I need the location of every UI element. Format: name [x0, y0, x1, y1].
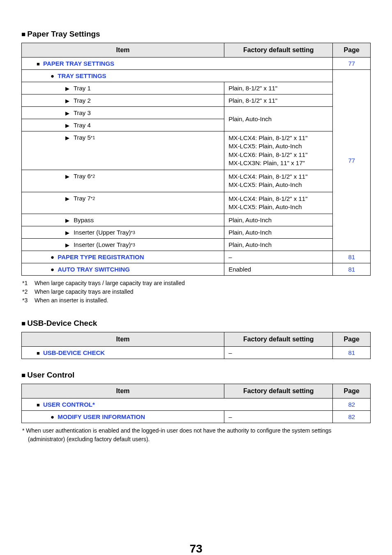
- factory-line: MX-LCX5: Plain, Auto-Inch: [228, 181, 328, 189]
- page-link[interactable]: 81: [333, 251, 371, 263]
- footnote-key: *1: [22, 279, 30, 288]
- footnote-key: *2: [22, 288, 30, 296]
- triangle-icon: ▶: [65, 122, 69, 129]
- triangle-icon: ▶: [65, 98, 69, 104]
- col-factory: Factory default setting: [224, 43, 333, 58]
- factory-line: MX-LCX4: Plain, 8-1/2" x 11": [228, 195, 328, 203]
- factory-value: Plain, Auto-Inch: [224, 226, 333, 239]
- col-item: Item: [22, 384, 224, 398]
- factory-value: –: [224, 347, 333, 359]
- factory-value: MX-LCX4: Plain, 8-1/2" x 11" MX-LCX5: Pl…: [224, 192, 333, 214]
- factory-value: Plain, Auto-Inch: [224, 107, 333, 131]
- col-page: Page: [333, 332, 371, 347]
- link-user-control[interactable]: USER CONTROL: [43, 401, 92, 408]
- label: Bypass: [74, 216, 94, 223]
- factory-value: Plain, 8-1/2" x 11": [224, 82, 333, 94]
- section-title-text: User Control: [27, 371, 74, 380]
- square-icon: ■: [37, 350, 40, 356]
- user-control-note: * When user authentication is enabled an…: [21, 426, 371, 444]
- label: Tray 2: [74, 97, 91, 104]
- section-title-user-control: ■ User Control: [21, 371, 371, 380]
- footnote-text: When an inserter is installed.: [35, 296, 108, 305]
- page-link[interactable]: 82: [333, 411, 371, 423]
- triangle-icon: ▶: [65, 196, 69, 202]
- user-control-table: Item Factory default setting Page ■ USER…: [21, 384, 371, 423]
- factory-value: Plain, Auto-Inch: [224, 214, 333, 226]
- factory-line: MX-LCX5: Plain, Auto-Inch: [228, 142, 328, 150]
- footnote-ref: *3: [131, 242, 135, 247]
- factory-line: MX-LCX5: Plain, Auto-Inch: [228, 203, 328, 211]
- row-inserter-upper: ▶ Inserter (Upper Tray)*3: [22, 226, 224, 239]
- col-item: Item: [22, 43, 224, 58]
- section-title-text: Paper Tray Settings: [27, 30, 100, 39]
- label: Inserter (Lower Tray): [74, 241, 131, 248]
- row-tray6: ▶ Tray 6*2: [22, 170, 224, 192]
- row-tray5: ▶ Tray 5*1: [22, 131, 224, 170]
- row-modify-user-info: ● MODIFY USER INFORMATION: [22, 411, 224, 423]
- square-icon: ■: [37, 402, 40, 408]
- page-link[interactable]: 77: [333, 70, 371, 251]
- factory-value: Plain, 8-1/2" x 11": [224, 94, 333, 107]
- factory-line: MX-LCX3N: Plain, 11" x 17": [228, 159, 328, 167]
- row-inserter-lower: ▶ Inserter (Lower Tray)*3: [22, 239, 224, 251]
- label: Tray 1: [74, 85, 91, 92]
- row-user-control: ■ USER CONTROL*: [22, 398, 333, 411]
- dot-icon: ●: [51, 413, 54, 420]
- section-title-paper-tray: ■ Paper Tray Settings: [21, 30, 371, 39]
- page-link[interactable]: 77: [333, 58, 371, 70]
- col-page: Page: [333, 43, 371, 58]
- factory-value: MX-LCX4: Plain, 8-1/2" x 11" MX-LCX5: Pl…: [224, 131, 333, 170]
- page-number: 73: [21, 542, 371, 555]
- triangle-icon: ▶: [65, 242, 69, 248]
- dot-icon: ●: [51, 266, 54, 273]
- page-link[interactable]: 81: [333, 263, 371, 276]
- row-auto-tray-switching: ● AUTO TRAY SWITCHING: [22, 263, 224, 276]
- footnote-ref: *2: [91, 196, 95, 201]
- row-tray-settings: ● TRAY SETTINGS: [22, 70, 333, 82]
- factory-line: MX-LCX4: Plain, 8-1/2" x 11": [228, 134, 328, 142]
- triangle-icon: ▶: [65, 135, 69, 141]
- label: Tray 6: [74, 173, 91, 180]
- square-icon: ■: [21, 320, 25, 327]
- triangle-icon: ▶: [65, 110, 69, 116]
- note-text-1: When user authentication is enabled and …: [26, 427, 331, 434]
- page-link[interactable]: 82: [333, 398, 371, 411]
- note-text-2: (administrator) (excluding factory defau…: [22, 435, 371, 444]
- square-icon: ■: [37, 61, 40, 67]
- triangle-icon: ▶: [65, 217, 69, 223]
- label: Tray 7: [74, 195, 91, 202]
- link-usb-device-check[interactable]: USB-DEVICE CHECK: [43, 349, 105, 356]
- link-paper-type-registration[interactable]: PAPER TYPE REGISTRATION: [58, 253, 144, 260]
- factory-value: –: [224, 411, 333, 423]
- footnote-key: *3: [22, 296, 30, 305]
- row-paper-tray-settings: ■ PAPER TRAY SETTINGS: [22, 58, 333, 70]
- col-factory: Factory default setting: [224, 384, 333, 398]
- footnote-text: When large capacity trays / large capaci…: [35, 279, 185, 288]
- note-star: *: [22, 427, 24, 434]
- label: Tray 5: [74, 134, 91, 141]
- row-bypass: ▶ Bypass: [22, 214, 224, 226]
- link-auto-tray-switching[interactable]: AUTO TRAY SWITCHING: [58, 266, 130, 273]
- row-tray3: ▶ Tray 3: [22, 107, 224, 119]
- factory-value: Plain, Auto-Inch: [224, 239, 333, 251]
- paper-tray-table: Item Factory default setting Page ■ PAPE…: [21, 43, 371, 276]
- link-modify-user-information[interactable]: MODIFY USER INFORMATION: [58, 413, 145, 420]
- link-tray-settings[interactable]: TRAY SETTINGS: [58, 72, 106, 79]
- label: Inserter (Upper Tray): [74, 229, 131, 236]
- row-tray7: ▶ Tray 7*2: [22, 192, 224, 214]
- col-item: Item: [22, 332, 224, 347]
- footnote-ref: *1: [91, 135, 95, 140]
- triangle-icon: ▶: [65, 85, 69, 92]
- row-usb-device-check: ■ USB-DEVICE CHECK: [22, 347, 224, 359]
- label: Tray 3: [74, 109, 91, 116]
- row-tray1: ▶ Tray 1: [22, 82, 224, 94]
- page-link[interactable]: 81: [333, 347, 371, 359]
- factory-line: MX-LCX6: Plain, 8-1/2" x 11": [228, 151, 328, 159]
- col-factory: Factory default setting: [224, 332, 333, 347]
- row-tray2: ▶ Tray 2: [22, 94, 224, 107]
- square-icon: ■: [21, 31, 25, 38]
- link-paper-tray-settings[interactable]: PAPER TRAY SETTINGS: [43, 60, 114, 67]
- dot-icon: ●: [51, 72, 54, 79]
- square-icon: ■: [21, 372, 25, 379]
- usb-table: Item Factory default setting Page ■ USB-…: [21, 332, 371, 359]
